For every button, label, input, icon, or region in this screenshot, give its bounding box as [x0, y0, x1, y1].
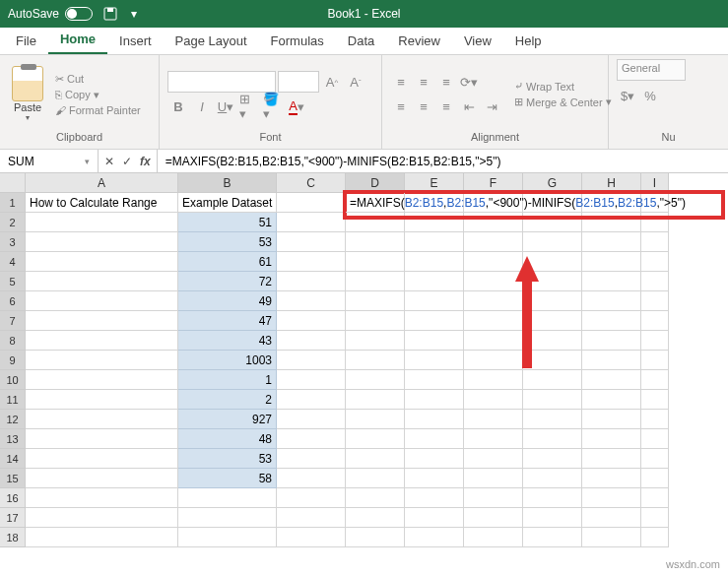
cell-C4[interactable] — [277, 252, 346, 272]
cell-F15[interactable] — [464, 469, 523, 488]
merge-center-button[interactable]: ⊞ Merge & Center ▾ — [514, 96, 612, 108]
cell-I16[interactable] — [641, 488, 669, 508]
col-header-B[interactable]: B — [178, 173, 277, 193]
cell-E13[interactable] — [405, 429, 464, 449]
cell-H10[interactable] — [582, 370, 641, 390]
cell-D6[interactable] — [346, 291, 405, 311]
cell-E18[interactable] — [405, 528, 464, 547]
cell-I11[interactable] — [641, 390, 669, 410]
cell-G5[interactable] — [523, 272, 582, 291]
cell-A1[interactable]: How to Calculate Range — [26, 193, 178, 213]
cell-E10[interactable] — [405, 370, 464, 390]
cell-B10[interactable]: 1 — [178, 370, 277, 390]
cell-F8[interactable] — [464, 331, 523, 351]
row-header-4[interactable]: 4 — [0, 252, 26, 272]
cell-C5[interactable] — [277, 272, 346, 291]
tab-help[interactable]: Help — [503, 28, 554, 54]
col-header-C[interactable]: C — [277, 173, 346, 193]
col-header-I[interactable]: I — [641, 173, 669, 193]
cell-B11[interactable]: 2 — [178, 390, 277, 410]
cell-B17[interactable] — [178, 508, 277, 528]
cell-F10[interactable] — [464, 370, 523, 390]
cell-I9[interactable] — [641, 351, 669, 370]
cell-A10[interactable] — [26, 370, 178, 390]
font-size-select[interactable] — [278, 71, 319, 93]
cell-A3[interactable] — [26, 232, 178, 252]
cell-B2[interactable]: 51 — [178, 213, 277, 232]
cell-E7[interactable] — [405, 311, 464, 331]
cell-E8[interactable] — [405, 331, 464, 351]
font-color-button[interactable]: A▾ — [286, 96, 307, 117]
cell-G10[interactable] — [523, 370, 582, 390]
cell-I15[interactable] — [641, 469, 669, 488]
cell-C10[interactable] — [277, 370, 346, 390]
cell-I6[interactable] — [641, 291, 669, 311]
cell-E5[interactable] — [405, 272, 464, 291]
decrease-font-icon[interactable]: Aˇ — [345, 71, 366, 93]
tab-data[interactable]: Data — [336, 28, 386, 54]
col-header-A[interactable]: A — [26, 173, 178, 193]
cell-D8[interactable] — [346, 331, 405, 351]
cell-C14[interactable] — [277, 449, 346, 469]
cell-E16[interactable] — [405, 488, 464, 508]
row-header-2[interactable]: 2 — [0, 213, 26, 232]
cell-H18[interactable] — [582, 528, 641, 547]
spreadsheet-grid[interactable]: A B C D E F G H I 1 How to Calculate Ran… — [0, 173, 728, 547]
cell-H4[interactable] — [582, 252, 641, 272]
cell-G9[interactable] — [523, 351, 582, 370]
cell-H12[interactable] — [582, 410, 641, 429]
cell-I8[interactable] — [641, 331, 669, 351]
row-header-13[interactable]: 13 — [0, 429, 26, 449]
fill-color-button[interactable]: 🪣▾ — [262, 96, 284, 117]
row-header-9[interactable]: 9 — [0, 351, 26, 370]
cell-H15[interactable] — [582, 469, 641, 488]
cell-A8[interactable] — [26, 331, 178, 351]
cell-A12[interactable] — [26, 410, 178, 429]
cell-D14[interactable] — [346, 449, 405, 469]
cell-H14[interactable] — [582, 449, 641, 469]
qat-dropdown-icon[interactable]: ▾ — [126, 6, 142, 22]
row-header-1[interactable]: 1 — [0, 193, 26, 213]
cell-A2[interactable] — [26, 213, 178, 232]
row-header-8[interactable]: 8 — [0, 331, 26, 351]
align-right-icon[interactable]: ≡ — [435, 96, 457, 117]
cell-G11[interactable] — [523, 390, 582, 410]
cell-G15[interactable] — [523, 469, 582, 488]
cell-H5[interactable] — [582, 272, 641, 291]
cell-C7[interactable] — [277, 311, 346, 331]
cell-A6[interactable] — [26, 291, 178, 311]
row-header-5[interactable]: 5 — [0, 272, 26, 291]
cell-E14[interactable] — [405, 449, 464, 469]
cell-F13[interactable] — [464, 429, 523, 449]
cell-E6[interactable] — [405, 291, 464, 311]
cell-D3[interactable] — [346, 232, 405, 252]
cell-B6[interactable]: 49 — [178, 291, 277, 311]
cell-I18[interactable] — [641, 528, 669, 547]
cell-I5[interactable] — [641, 272, 669, 291]
cell-E12[interactable] — [405, 410, 464, 429]
tab-view[interactable]: View — [452, 28, 503, 54]
cell-G8[interactable] — [523, 331, 582, 351]
col-header-G[interactable]: G — [523, 173, 582, 193]
cell-G4[interactable] — [523, 252, 582, 272]
cell-G3[interactable] — [523, 232, 582, 252]
cell-B16[interactable] — [178, 488, 277, 508]
cell-A7[interactable] — [26, 311, 178, 331]
tab-file[interactable]: File — [4, 28, 48, 54]
cell-I14[interactable] — [641, 449, 669, 469]
enter-icon[interactable]: ✓ — [122, 155, 132, 168]
format-painter-button[interactable]: 🖌 Format Painter — [55, 104, 141, 116]
number-format-select[interactable]: General — [617, 59, 686, 81]
cancel-icon[interactable]: ✕ — [104, 155, 114, 168]
cell-I2[interactable] — [641, 213, 669, 232]
italic-button[interactable]: I — [191, 96, 213, 117]
cell-A5[interactable] — [26, 272, 178, 291]
cell-D2[interactable] — [346, 213, 405, 232]
select-all-button[interactable] — [0, 173, 26, 193]
cell-D5[interactable] — [346, 272, 405, 291]
col-header-F[interactable]: F — [464, 173, 523, 193]
cell-H16[interactable] — [582, 488, 641, 508]
cell-D7[interactable] — [346, 311, 405, 331]
cell-A9[interactable] — [26, 351, 178, 370]
cell-F9[interactable] — [464, 351, 523, 370]
